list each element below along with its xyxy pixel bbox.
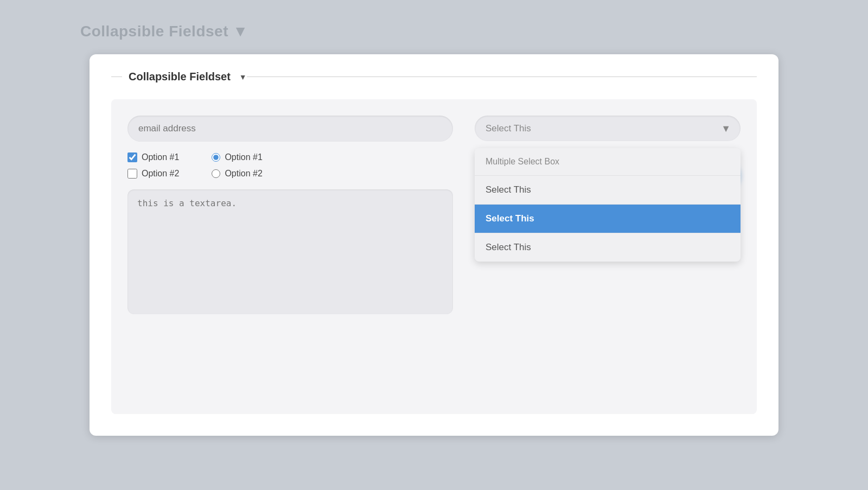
fieldset-header: Collapsible Fieldset ▼ <box>111 71 757 83</box>
checkbox-2[interactable] <box>127 169 137 179</box>
checkbox-1-label: Option #1 <box>142 152 179 162</box>
main-card: Collapsible Fieldset ▼ Option #1 <box>90 54 778 436</box>
options-row: Option #1 Option #2 Option #1 <box>127 152 453 179</box>
radio-1[interactable] <box>212 153 220 162</box>
bg-title: Collapsible Fieldset ▼ <box>80 23 248 40</box>
checkbox-option-1[interactable]: Option #1 <box>127 152 179 162</box>
header-line-right <box>247 77 757 77</box>
select-input[interactable]: select an option Select This Select This… <box>475 116 741 141</box>
dropdown-item-2-selected[interactable]: Select This <box>475 205 741 233</box>
form-row: Option #1 Option #2 Option #1 <box>127 116 741 314</box>
radio-1-label: Option #1 <box>225 152 262 162</box>
page-background: Collapsible Fieldset ▼ Collapsible Field… <box>0 0 868 490</box>
dropdown-header-item: Multiple Select Box <box>475 148 741 176</box>
header-line-left <box>111 77 122 77</box>
checkbox-1[interactable] <box>127 152 137 162</box>
checkbox-option-2[interactable]: Option #2 <box>127 169 179 179</box>
form-left: Option #1 Option #2 Option #1 <box>127 116 453 314</box>
select-wrapper: select an option Select This Select This… <box>475 116 741 141</box>
fieldset-title: Collapsible Fieldset <box>129 71 231 83</box>
checkbox-2-label: Option #2 <box>142 169 179 179</box>
dropdown-item-3[interactable]: Select This <box>475 233 741 262</box>
textarea-input[interactable] <box>127 189 453 314</box>
radio-2[interactable] <box>212 169 220 178</box>
radio-2-label: Option #2 <box>225 169 262 179</box>
fieldset-content: Option #1 Option #2 Option #1 <box>111 99 757 414</box>
dropdown-item-1[interactable]: Select This <box>475 176 741 205</box>
fieldset-collapse-icon[interactable]: ▼ <box>239 73 247 81</box>
dropdown-list[interactable]: Multiple Select Box Select This Select T… <box>475 148 741 262</box>
radio-option-1[interactable]: Option #1 <box>212 152 262 162</box>
form-right: select an option Select This Select This… <box>475 116 741 188</box>
radio-option-2[interactable]: Option #2 <box>212 169 262 179</box>
email-input[interactable] <box>127 116 453 142</box>
checkbox-group: Option #1 Option #2 <box>127 152 179 179</box>
radio-group: Option #1 Option #2 <box>212 152 262 179</box>
